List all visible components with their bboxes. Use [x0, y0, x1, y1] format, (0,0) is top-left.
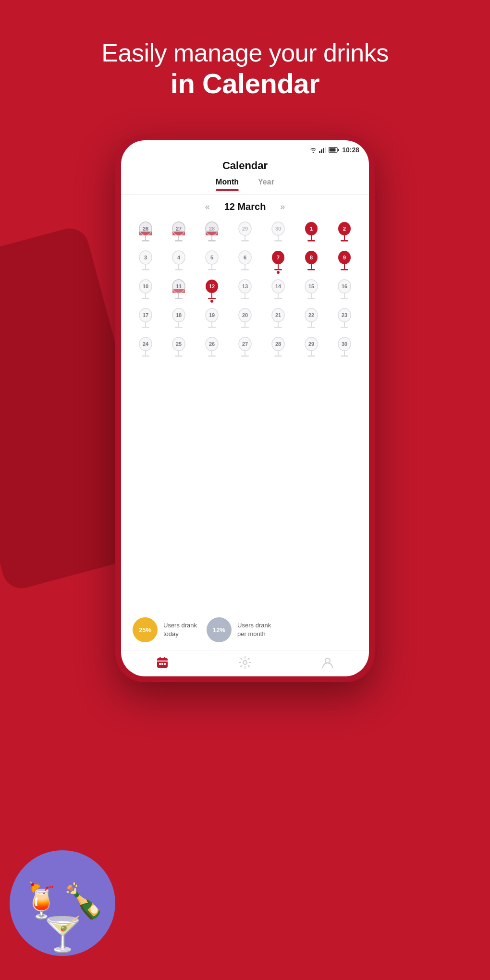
- svg-rect-76: [178, 293, 179, 298]
- day-22[interactable]: 22: [295, 306, 328, 332]
- profile-nav-icon: [321, 656, 334, 669]
- day-16[interactable]: 16: [328, 277, 361, 304]
- week-row-4: 17 18 19: [129, 306, 361, 332]
- day-5[interactable]: 5: [195, 248, 228, 275]
- day-1[interactable]: 1: [295, 219, 328, 246]
- activity-dot: [210, 300, 213, 303]
- svg-rect-88: [278, 293, 279, 298]
- status-icons: [309, 147, 339, 153]
- svg-point-162: [243, 661, 247, 664]
- day-12-selected[interactable]: 12: [195, 277, 228, 304]
- svg-text:14: 14: [275, 283, 282, 289]
- wine-glass-icon: 26: [202, 336, 221, 359]
- svg-rect-51: [208, 269, 216, 270]
- day-27-prev[interactable]: 27: [162, 219, 195, 246]
- nav-profile-button[interactable]: [321, 656, 334, 669]
- day-8[interactable]: 8: [295, 248, 328, 275]
- day-15[interactable]: 15: [295, 277, 328, 304]
- wine-glass-icon: 28: [202, 221, 221, 244]
- svg-rect-23: [208, 240, 216, 242]
- wine-glass-icon: 22: [302, 307, 321, 331]
- svg-text:9: 9: [343, 255, 346, 260]
- nav-calendar-button[interactable]: [156, 656, 169, 669]
- day-9[interactable]: 9: [328, 248, 361, 275]
- svg-rect-109: [208, 327, 216, 328]
- svg-rect-153: [341, 355, 348, 357]
- nav-settings-button[interactable]: [239, 656, 251, 669]
- day-30-prev[interactable]: 30: [262, 219, 295, 246]
- svg-rect-136: [211, 351, 212, 355]
- week-row-2: 3 4 5: [129, 248, 361, 275]
- svg-rect-125: [341, 327, 348, 328]
- tab-month[interactable]: Month: [216, 178, 239, 190]
- day-17[interactable]: 17: [129, 306, 162, 332]
- svg-rect-11: [142, 240, 149, 242]
- svg-rect-89: [274, 298, 282, 299]
- day-21[interactable]: 21: [262, 306, 295, 332]
- day-20[interactable]: 20: [228, 306, 261, 332]
- day-29-prev[interactable]: 29: [228, 219, 261, 246]
- svg-text:30: 30: [275, 226, 281, 232]
- day-30[interactable]: 30: [328, 334, 361, 361]
- prev-month-button[interactable]: «: [205, 202, 210, 212]
- svg-text:17: 17: [142, 312, 148, 318]
- day-28[interactable]: 28: [262, 334, 295, 361]
- svg-text:7: 7: [277, 255, 280, 260]
- next-month-button[interactable]: »: [280, 202, 285, 212]
- day-10[interactable]: 10: [129, 277, 162, 304]
- wine-glass-icon: 2: [335, 221, 354, 244]
- week-row-1: 26 27: [129, 219, 361, 246]
- svg-rect-39: [341, 240, 348, 242]
- day-14[interactable]: 14: [262, 277, 295, 304]
- svg-rect-156: [157, 661, 168, 662]
- wine-glass-icon: 27: [235, 336, 255, 359]
- hero-line1: Easily manage your drinks: [29, 38, 461, 67]
- svg-text:28: 28: [275, 341, 281, 347]
- svg-text:12: 12: [209, 283, 215, 289]
- svg-text:21: 21: [275, 312, 281, 318]
- svg-text:6: 6: [244, 255, 246, 260]
- svg-rect-81: [208, 298, 216, 299]
- day-2[interactable]: 2: [328, 219, 361, 246]
- day-11[interactable]: 11: [162, 277, 195, 304]
- tab-year[interactable]: Year: [258, 178, 274, 190]
- day-6[interactable]: 6: [228, 248, 261, 275]
- wine-glass-icon: 1: [302, 221, 321, 244]
- svg-rect-149: [307, 355, 315, 357]
- day-13[interactable]: 13: [228, 277, 261, 304]
- svg-rect-152: [344, 351, 345, 355]
- day-28-prev[interactable]: 28: [195, 219, 228, 246]
- wine-glass-icon: 29: [235, 221, 255, 244]
- svg-rect-71: [142, 298, 149, 299]
- stat-today: 25% Users drank today: [133, 617, 197, 642]
- day-25[interactable]: 25: [162, 334, 195, 361]
- wine-glass-icon: 5: [202, 250, 221, 273]
- svg-rect-161: [164, 663, 166, 665]
- day-7[interactable]: 7: [262, 248, 295, 275]
- day-26[interactable]: 26: [195, 334, 228, 361]
- day-18[interactable]: 18: [162, 306, 195, 332]
- day-24[interactable]: 24: [129, 334, 162, 361]
- settings-nav-icon: [239, 656, 251, 669]
- svg-rect-30: [278, 235, 279, 240]
- day-29[interactable]: 29: [295, 334, 328, 361]
- day-3[interactable]: 3: [129, 248, 162, 275]
- svg-text:23: 23: [342, 312, 347, 318]
- day-26-prev[interactable]: 26: [129, 219, 162, 246]
- svg-rect-148: [311, 351, 312, 355]
- day-23[interactable]: 23: [328, 306, 361, 332]
- svg-rect-50: [211, 264, 212, 269]
- svg-text:26: 26: [142, 226, 148, 232]
- wine-glass-icon: 6: [235, 250, 255, 273]
- svg-text:20: 20: [242, 312, 248, 318]
- wine-glass-icon: 21: [269, 307, 288, 331]
- illustration-content: 🍹🍾🍸: [10, 884, 115, 951]
- day-4[interactable]: 4: [162, 248, 195, 275]
- svg-text:16: 16: [342, 283, 347, 289]
- svg-text:25: 25: [176, 341, 182, 347]
- day-19[interactable]: 19: [195, 306, 228, 332]
- day-27[interactable]: 27: [228, 334, 261, 361]
- wine-glass-icon: 13: [235, 279, 255, 302]
- svg-rect-97: [341, 298, 348, 299]
- svg-rect-22: [211, 235, 212, 240]
